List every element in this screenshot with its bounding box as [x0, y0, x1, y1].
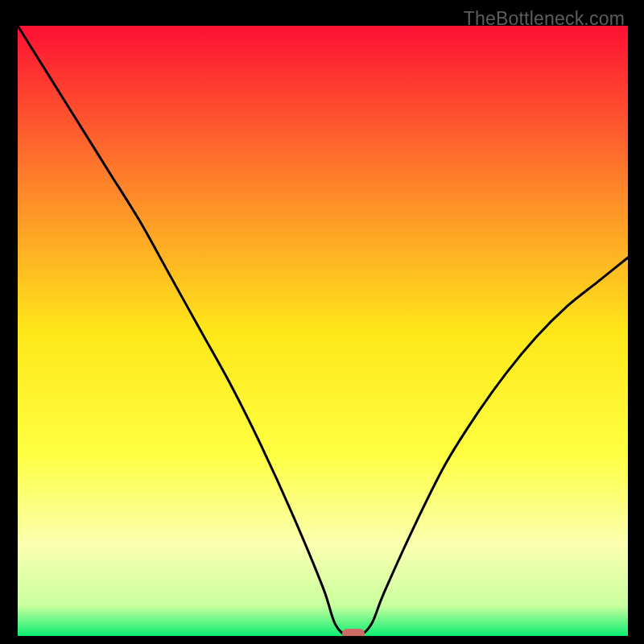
watermark-text: TheBottleneck.com [464, 8, 625, 30]
gradient-background [18, 26, 628, 636]
chart-frame: TheBottleneck.com [8, 8, 636, 636]
chart-plot-area [18, 26, 628, 636]
optimal-marker [342, 629, 365, 636]
bottleneck-chart [18, 26, 628, 636]
